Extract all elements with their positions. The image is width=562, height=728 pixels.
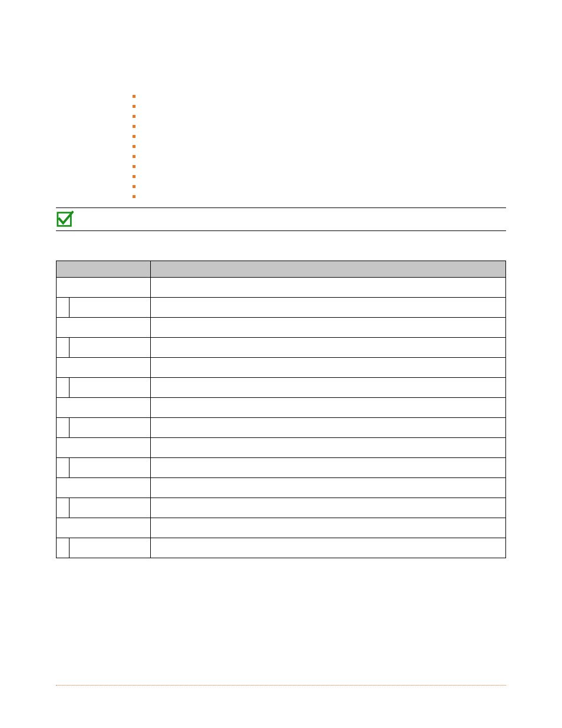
table-cell	[57, 438, 151, 458]
table-row	[57, 418, 506, 438]
bullet-item	[133, 121, 506, 131]
table-cell	[70, 498, 151, 518]
table-row	[57, 538, 506, 558]
table-cell	[151, 518, 506, 538]
table-spacer-cell	[57, 498, 70, 518]
table-row	[57, 378, 506, 398]
table-cell	[57, 478, 151, 498]
table-cell	[151, 538, 506, 558]
table-cell	[151, 438, 506, 458]
bullet-item	[133, 141, 506, 151]
table-row	[57, 478, 506, 498]
square-bullet-icon	[133, 125, 135, 128]
table-cell	[151, 418, 506, 438]
bullet-item	[133, 101, 506, 111]
square-bullet-icon	[133, 155, 135, 158]
table-cell	[70, 418, 151, 438]
table-row	[57, 298, 506, 318]
table-spacer-cell	[57, 378, 70, 398]
table	[56, 261, 506, 558]
document-page	[0, 0, 562, 728]
bullet-item	[133, 182, 506, 192]
table-body	[57, 278, 506, 558]
table-header-cell	[151, 261, 506, 278]
square-bullet-icon	[133, 105, 135, 108]
table-row	[57, 318, 506, 338]
table-cell	[151, 358, 506, 378]
bullet-item	[133, 91, 506, 101]
square-bullet-icon	[133, 115, 135, 118]
bullet-item	[133, 131, 506, 141]
square-bullet-icon	[133, 145, 135, 148]
bullet-list	[133, 91, 506, 202]
table-cell	[57, 358, 151, 378]
bullet-item	[133, 192, 506, 202]
section-heading	[56, 207, 506, 231]
table-row	[57, 458, 506, 478]
bullet-item	[133, 162, 506, 172]
square-bullet-icon	[133, 195, 135, 198]
table-spacer-cell	[57, 298, 70, 318]
table-row	[57, 438, 506, 458]
table-cell	[151, 398, 506, 418]
table-spacer-cell	[57, 338, 70, 358]
footer-divider	[56, 685, 506, 686]
square-bullet-icon	[133, 135, 135, 138]
table-row	[57, 278, 506, 298]
definition-table	[56, 261, 506, 558]
table-row	[57, 498, 506, 518]
table-row	[57, 518, 506, 538]
table-header-row	[57, 261, 506, 278]
divider	[56, 230, 506, 231]
table-cell	[151, 498, 506, 518]
table-cell	[151, 298, 506, 318]
table-cell	[57, 398, 151, 418]
table-cell	[70, 458, 151, 478]
bullet-item	[133, 151, 506, 162]
table-cell	[70, 298, 151, 318]
square-bullet-icon	[133, 185, 135, 188]
table-header-cell	[57, 261, 151, 278]
table-cell	[151, 478, 506, 498]
table-row	[57, 398, 506, 418]
checkbox-checked-icon	[56, 210, 74, 228]
table-cell	[70, 378, 151, 398]
table-row	[57, 338, 506, 358]
square-bullet-icon	[133, 165, 135, 168]
table-cell	[57, 318, 151, 338]
table-cell	[151, 458, 506, 478]
table-spacer-cell	[57, 418, 70, 438]
table-cell	[151, 318, 506, 338]
table-spacer-cell	[57, 458, 70, 478]
table-cell	[57, 278, 151, 298]
table-cell	[57, 518, 151, 538]
table-cell	[70, 538, 151, 558]
square-bullet-icon	[133, 175, 135, 178]
bullet-item	[133, 172, 506, 182]
table-cell	[151, 338, 506, 358]
bullet-item	[133, 111, 506, 121]
table-spacer-cell	[57, 538, 70, 558]
table-cell	[70, 338, 151, 358]
table-row	[57, 358, 506, 378]
heading-row	[56, 208, 506, 230]
square-bullet-icon	[133, 95, 135, 98]
table-cell	[151, 378, 506, 398]
table-cell	[151, 278, 506, 298]
